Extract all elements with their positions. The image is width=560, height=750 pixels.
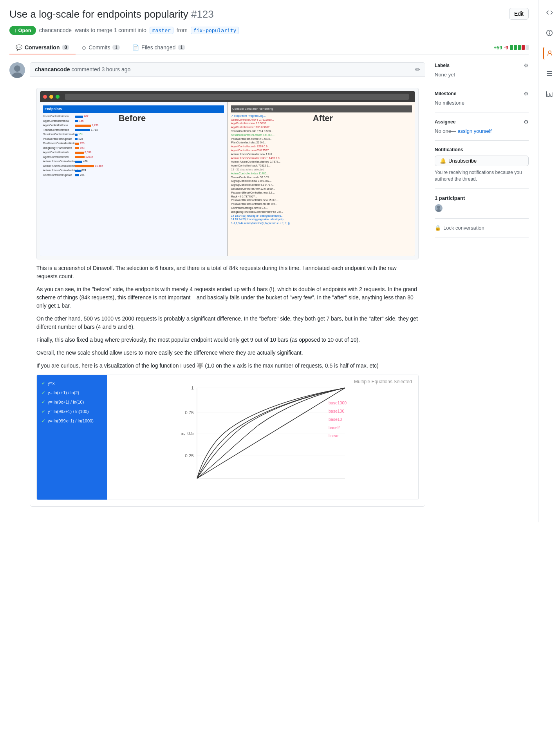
assignee-gear[interactable]: ⚙ xyxy=(524,119,529,125)
screenshot-area: Endpoints UsersController#new 467 xyxy=(36,88,419,259)
commits-icon: ◇ xyxy=(82,44,86,51)
bar xyxy=(75,143,79,145)
bar-row: AppsController#new 1,730 xyxy=(43,123,224,128)
after-content: ✓ stops from ProgressLog... UsersControl… xyxy=(231,114,412,225)
bars-before: UsersController#new 467 AppsController#s… xyxy=(43,114,224,177)
pr-number: #123 xyxy=(191,8,214,20)
comment-para-4: Finally, this also fixed a bug where pre… xyxy=(36,336,419,344)
comment-edit-button[interactable]: ✏ xyxy=(415,66,420,73)
assignee-header: Assignee ⚙ xyxy=(435,119,529,125)
code-view-button[interactable] xyxy=(543,6,556,19)
comment-para-6: If you are curious, here is a visualizat… xyxy=(36,362,419,370)
chart-button[interactable] xyxy=(543,88,556,100)
bar-row: AgentController#new 17032 xyxy=(43,155,224,159)
svg-text:0.5: 0.5 xyxy=(188,431,194,435)
comment-para-1: This is a screenshot of Direwolf. The se… xyxy=(36,264,419,281)
commenter-name: chancancode xyxy=(35,66,70,72)
comment-para-5: Overall, the new scale should allow user… xyxy=(36,349,419,357)
bar xyxy=(75,156,85,158)
lock-conversation[interactable]: 🔒 Lock conversation xyxy=(435,225,529,231)
bar-row: AgentController#auth 8,098 xyxy=(43,150,224,155)
bar xyxy=(75,138,78,140)
notification-description: You're receiving notifications because y… xyxy=(435,169,529,183)
assignee-value: No one— assign yourself xyxy=(435,128,529,134)
target-branch[interactable]: master xyxy=(150,27,173,34)
grid-button[interactable] xyxy=(543,67,556,80)
comment-meta: chancancode commented 3 hours ago xyxy=(35,66,130,72)
participant-avatar-1 xyxy=(435,204,443,212)
legend-check-5: ✓ xyxy=(42,417,45,424)
bar-row: PasswordReset#update 123 xyxy=(43,137,224,141)
pr-status-badge: ↑ Open xyxy=(9,26,36,35)
diff-bar-1 xyxy=(510,45,513,50)
bar-row: UsersController#update 234 xyxy=(43,173,224,178)
participant-count: 1 participant xyxy=(435,195,529,201)
svg-text:base2: base2 xyxy=(329,425,340,430)
milestone-title: Milestone xyxy=(435,91,456,96)
bell-icon: 🔔 xyxy=(440,158,446,164)
diff-deletions: -9 xyxy=(504,45,508,51)
conversation-area: chancancode commented 3 hours ago ✏ xyxy=(9,62,425,514)
profile-button[interactable] xyxy=(543,47,556,60)
assignee-title: Assignee xyxy=(435,119,455,125)
comment-body: Endpoints UsersController#new 467 xyxy=(30,77,425,506)
bar xyxy=(75,165,94,167)
diff-bars xyxy=(510,45,529,50)
comment-wrapper: chancancode commented 3 hours ago ✏ xyxy=(9,62,425,507)
svg-text:linear: linear xyxy=(329,433,339,438)
browser-dot-green xyxy=(56,95,60,99)
info-button[interactable] xyxy=(543,27,556,39)
bar xyxy=(75,134,78,136)
files-count: 1 xyxy=(178,45,185,50)
after-side: Console Simulator Rendering ✓ stops from… xyxy=(228,102,415,256)
assign-yourself-link[interactable]: assign yourself xyxy=(458,128,492,134)
pr-from-word: from xyxy=(177,27,188,33)
comment-box: chancancode commented 3 hours ago ✏ xyxy=(30,62,425,507)
graph-legend: ✓ y=x ✓ y= ln(x+1) / ln(2) ✓ xyxy=(37,375,107,500)
labels-title: Labels xyxy=(435,63,450,68)
lock-icon: 🔒 xyxy=(435,225,441,231)
graph-title: Multiple Equations Selected xyxy=(354,378,412,385)
source-branch[interactable]: fix-popularity xyxy=(191,27,239,34)
diff-bar-2 xyxy=(514,45,517,50)
svg-point-1 xyxy=(14,65,20,72)
svg-text:1: 1 xyxy=(191,386,193,390)
participants-section: 1 participant xyxy=(435,189,529,219)
diff-bar-4 xyxy=(522,45,525,50)
diff-bar-3 xyxy=(518,45,521,50)
bar xyxy=(75,170,81,172)
bar xyxy=(75,116,83,118)
participant-avatars xyxy=(435,204,529,212)
svg-text:0.75: 0.75 xyxy=(185,410,193,415)
edit-button[interactable]: Edit xyxy=(509,8,529,20)
tab-files-changed[interactable]: 📄 Files changed 1 xyxy=(126,41,191,54)
bar-row: DashboardController#index 250 xyxy=(43,141,224,146)
svg-text:base10: base10 xyxy=(329,417,342,422)
comment-para-2: As you can see, in the "before" side, th… xyxy=(36,285,419,310)
tab-conversation[interactable]: 💬 Conversation 0 xyxy=(9,41,76,54)
pr-author: chancancode xyxy=(39,27,72,33)
bar-row: SessionsController#create 151 xyxy=(43,132,224,137)
legend-check-4: ✓ xyxy=(42,408,45,415)
pr-sidebar: Labels ⚙ None yet Milestone ⚙ No milesto… xyxy=(435,62,529,514)
screenshot-content: Endpoints UsersController#new 467 xyxy=(40,102,415,256)
milestone-header: Milestone ⚙ xyxy=(435,91,529,97)
milestone-gear[interactable]: ⚙ xyxy=(524,91,529,97)
bar-row: Admin::UsersController#destroy 374 xyxy=(43,168,224,173)
pr-title: Use a log-scale for endpoints popularity… xyxy=(9,8,503,21)
graph-main: Multiple Equations Selected xyxy=(107,375,418,500)
legend-item-4: ✓ y= ln(99x+1) / ln(100) xyxy=(42,408,103,415)
notifications-header: Notifications xyxy=(435,147,529,152)
bar-row: UsersController#new 467 xyxy=(43,114,224,119)
labels-gear[interactable]: ⚙ xyxy=(524,62,529,69)
bar xyxy=(75,120,78,122)
bar xyxy=(75,174,79,176)
comment-header: chancancode commented 3 hours ago ✏ xyxy=(30,63,425,77)
tab-commits[interactable]: ◇ Commits 1 xyxy=(76,41,126,54)
browser-url-bar xyxy=(65,94,409,100)
bar-row: TeamsController#add 1,714 xyxy=(43,128,224,132)
lock-label: Lock conversation xyxy=(443,225,484,231)
unsubscribe-button[interactable]: 🔔 Unsubscribe xyxy=(435,156,529,166)
screenshot-image: Endpoints UsersController#new 467 xyxy=(40,91,415,256)
legend-check-2: ✓ xyxy=(42,389,45,396)
